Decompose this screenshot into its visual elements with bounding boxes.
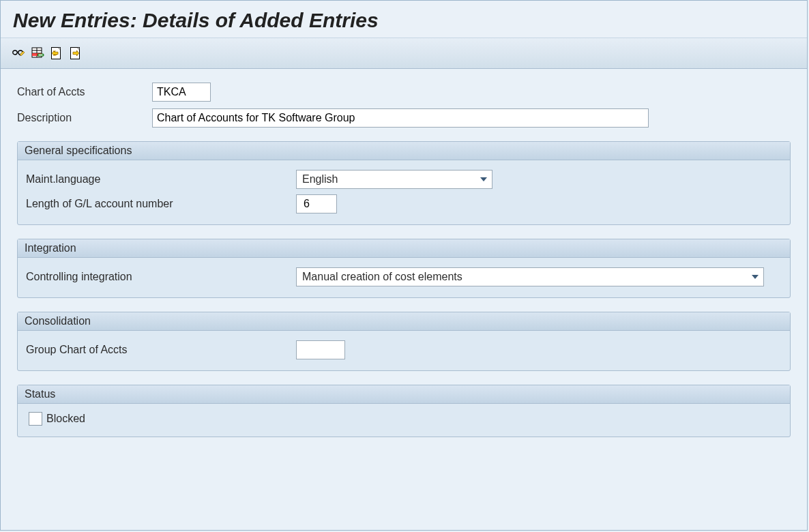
application-toolbar <box>1 38 807 69</box>
consolidation-group: Consolidation Group Chart of Accts <box>17 312 791 371</box>
status-group: Status Blocked <box>17 385 791 437</box>
description-input[interactable] <box>152 108 649 128</box>
svg-marker-18 <box>480 177 487 181</box>
integration-title: Integration <box>18 239 790 258</box>
title-bar: New Entries: Details of Added Entries <box>1 1 807 38</box>
general-specifications-title: General specifications <box>18 142 790 160</box>
status-body: Blocked <box>18 404 790 437</box>
window-frame: New Entries: Details of Added Entries <box>0 0 808 531</box>
maint-language-row: Maint.language English <box>26 167 782 192</box>
glasses-pencil-icon <box>12 46 25 60</box>
page-previous-icon <box>50 46 63 60</box>
controlling-integration-select[interactable]: Manual creation of cost elements <box>296 267 764 286</box>
toggle-display-change-button[interactable] <box>10 45 27 61</box>
next-entry-button[interactable] <box>68 45 84 61</box>
chart-of-accts-label: Chart of Accts <box>17 86 152 98</box>
group-chart-of-accts-row: Group Chart of Accts <box>26 338 782 362</box>
group-chart-of-accts-label: Group Chart of Accts <box>26 344 296 356</box>
status-title: Status <box>18 385 790 404</box>
controlling-integration-label: Controlling integration <box>26 271 296 283</box>
svg-point-0 <box>13 50 17 55</box>
blocked-row: Blocked <box>26 411 782 428</box>
description-row: Description <box>17 108 791 128</box>
chevron-down-icon <box>480 175 488 183</box>
svg-rect-10 <box>39 55 43 56</box>
chevron-down-icon <box>751 273 759 281</box>
chart-of-accts-row: Chart of Accts <box>17 83 791 102</box>
integration-group: Integration Controlling integration Manu… <box>17 239 791 298</box>
svg-marker-19 <box>752 275 759 279</box>
description-label: Description <box>17 112 152 124</box>
integration-body: Controlling integration Manual creation … <box>18 258 790 297</box>
content-area: Chart of Accts Description General speci… <box>1 69 807 530</box>
controlling-integration-value: Manual creation of cost elements <box>302 271 462 283</box>
page-next-icon <box>69 46 83 60</box>
table-delete-icon <box>31 46 44 60</box>
maint-language-label: Maint.language <box>26 173 296 186</box>
gl-length-input[interactable] <box>296 194 337 213</box>
blocked-label[interactable]: Blocked <box>46 413 85 425</box>
delete-button[interactable] <box>29 45 46 61</box>
gl-length-label: Length of G/L account number <box>26 198 296 210</box>
general-specifications-group: General specifications Maint.language En… <box>17 141 791 225</box>
maint-language-value: English <box>302 173 338 186</box>
svg-rect-2 <box>20 51 25 56</box>
chart-of-accts-input[interactable] <box>152 83 211 102</box>
page-title: New Entries: Details of Added Entries <box>13 9 795 32</box>
consolidation-body: Group Chart of Accts <box>18 331 790 370</box>
gl-length-row: Length of G/L account number <box>26 192 782 216</box>
controlling-integration-row: Controlling integration Manual creation … <box>26 265 782 289</box>
consolidation-title: Consolidation <box>18 312 790 331</box>
blocked-checkbox[interactable] <box>29 412 42 426</box>
group-chart-of-accts-input[interactable] <box>296 340 345 359</box>
previous-entry-button[interactable] <box>48 45 65 61</box>
general-specifications-body: Maint.language English Length of G/L acc… <box>18 160 790 224</box>
maint-language-select[interactable]: English <box>296 170 492 189</box>
